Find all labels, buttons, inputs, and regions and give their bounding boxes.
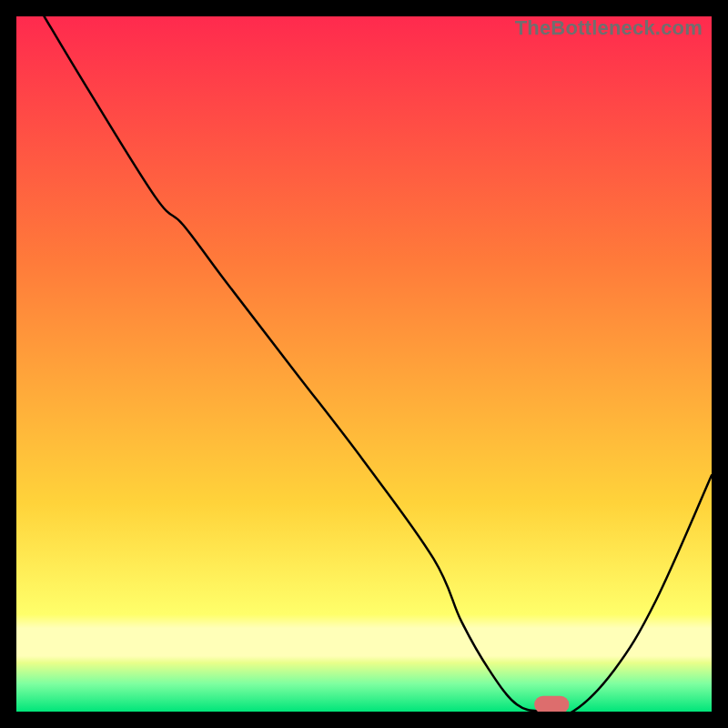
watermark-text: TheBottleneck.com <box>515 16 703 40</box>
optimal-marker <box>534 696 569 712</box>
gradient-background <box>16 16 712 712</box>
plot-area: TheBottleneck.com <box>16 16 712 712</box>
chart-svg <box>16 16 712 712</box>
chart-frame: TheBottleneck.com <box>0 0 728 728</box>
